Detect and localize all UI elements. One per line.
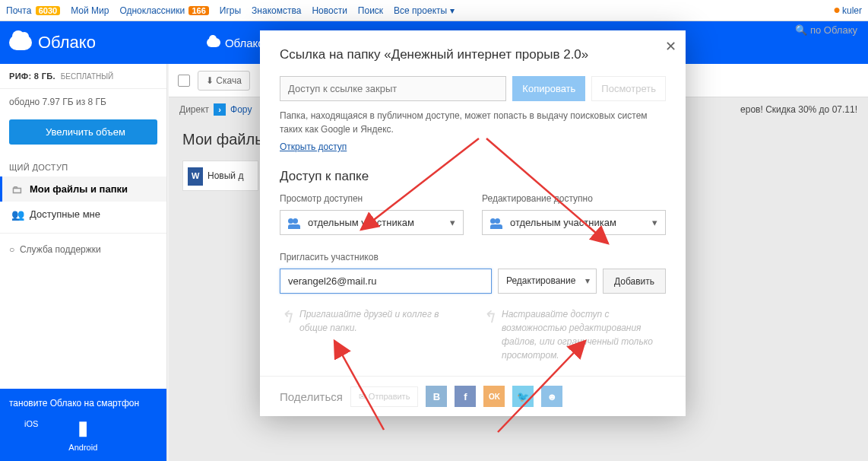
share-mymir-icon[interactable]: ☻ (541, 386, 562, 407)
share-vk-icon[interactable]: В (426, 386, 447, 407)
access-section-title: Доступ к папке (280, 169, 666, 184)
share-twitter-icon[interactable]: 🐦 (512, 386, 534, 407)
modal-overlay: ✕ Ссылка на папку «Денежный интернет про… (0, 0, 868, 461)
curve-arrow-icon: ↰ (482, 304, 496, 329)
open-access-link[interactable]: Открыть доступ (280, 141, 347, 152)
view-access-label: Просмотр доступен (280, 193, 464, 204)
hint-permissions: ↰ Настраивайте доступ с возможностью ред… (482, 307, 666, 362)
add-button[interactable]: Добавить (603, 269, 666, 294)
curve-arrow-icon: ↰ (280, 304, 293, 329)
invite-email-input[interactable] (280, 269, 492, 294)
share-modal: ✕ Ссылка на папку «Денежный интернет про… (260, 30, 686, 416)
permission-dropdown[interactable]: Редактирование (498, 269, 597, 294)
share-ok-icon[interactable]: OK (483, 386, 505, 407)
view-access-dropdown[interactable]: отдельным участникам (280, 210, 464, 235)
edit-access-label: Редактирование доступно (482, 193, 666, 204)
view-button[interactable]: Посмотреть (591, 76, 666, 101)
modal-title: Ссылка на папку «Денежный интернет проры… (280, 47, 666, 62)
invite-label: Пригласить участников (280, 252, 666, 262)
public-disclaimer: Папка, находящаяся в публичном доступе, … (280, 109, 666, 136)
edit-access-dropdown[interactable]: отдельным участникам (482, 210, 666, 235)
members-icon (490, 218, 504, 227)
share-fb-icon[interactable]: f (455, 386, 476, 407)
modal-footer: Поделиться ✉ Отправить В f OK 🐦 ☻ (260, 376, 686, 416)
share-link-input[interactable] (280, 76, 506, 101)
members-icon (288, 218, 302, 227)
envelope-icon: ✉ (359, 392, 366, 402)
copy-button[interactable]: Копировать (512, 76, 585, 101)
share-label: Поделиться (280, 390, 343, 403)
hint-invite: ↰ Приглашайте друзей и коллег в общие па… (280, 307, 464, 362)
close-button[interactable]: ✕ (665, 38, 676, 55)
send-button[interactable]: ✉ Отправить (350, 386, 419, 407)
